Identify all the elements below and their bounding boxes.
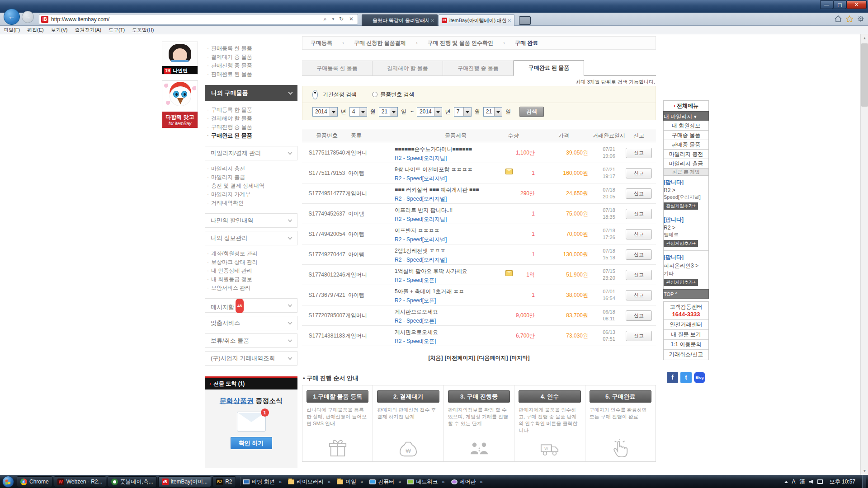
stop-icon[interactable]: ✕: [347, 15, 356, 23]
search-icon[interactable]: ⌕: [321, 15, 330, 23]
breadcrumb-item[interactable]: 구매등록: [311, 39, 332, 47]
favorites-star-icon[interactable]: [846, 15, 853, 22]
taskbar-toolbar[interactable]: 컴퓨터: [369, 478, 401, 486]
pagination-link[interactable]: [처음]: [429, 355, 443, 361]
tools-gear-icon[interactable]: [857, 15, 864, 22]
sidebar-link[interactable]: 구매등록 한 물품: [205, 106, 297, 114]
ad-banner-nineteen[interactable]: 19 나인틴: [162, 42, 198, 75]
sidebar-link[interactable]: 마일리지 가계부: [205, 190, 297, 199]
scroll-up-icon[interactable]: ▲: [861, 34, 868, 42]
search-button[interactable]: 검색: [519, 107, 544, 117]
year-to-select[interactable]: 2014: [417, 107, 442, 117]
select-arrow-icon[interactable]: [463, 108, 471, 116]
select-arrow-icon[interactable]: [359, 108, 367, 116]
report-button[interactable]: 신고: [626, 310, 652, 321]
report-button[interactable]: 신고: [626, 290, 652, 300]
scroll-down-icon[interactable]: ▼: [861, 467, 868, 475]
promo-link[interactable]: 문화상품권: [220, 397, 254, 404]
service-link[interactable]: 1:1 이용문의: [664, 340, 708, 350]
volume-icon[interactable]: [809, 480, 813, 484]
maximize-button[interactable]: ▢: [833, 0, 846, 9]
sidebar-link[interactable]: 결제해야 할 물품: [205, 114, 297, 123]
chevron-down-icon[interactable]: ▼: [330, 15, 336, 23]
ad-banner-matgo[interactable]: 다함께 맞고 for itemBay: [162, 80, 198, 128]
menu-item[interactable]: 보기(V): [51, 27, 68, 33]
pagination-link[interactable]: [이전페이지]: [445, 355, 476, 361]
report-button[interactable]: 신고: [626, 229, 652, 239]
sidebar-section-messages[interactable]: 메시지함48: [205, 298, 297, 313]
start-button[interactable]: [2, 476, 14, 488]
game-name-link[interactable]: R2 >: [664, 225, 708, 231]
report-button[interactable]: 신고: [626, 249, 652, 260]
select-arrow-icon[interactable]: [494, 108, 502, 116]
language-indicator[interactable]: A: [792, 479, 796, 485]
month-to-select[interactable]: 7: [454, 107, 472, 117]
taskbar-app-button[interactable]: Chrome: [17, 476, 52, 487]
breadcrumb-item[interactable]: 구매 신청한 물품결제: [332, 39, 406, 47]
browser-tab[interactable]: iB itemBay(아이템베이) 대한... ✕: [439, 14, 514, 26]
vertical-scrollbar[interactable]: ▲ ▼: [860, 34, 868, 475]
minimize-button[interactable]: —: [820, 0, 833, 9]
report-button[interactable]: 신고: [626, 270, 652, 280]
show-desktop-button[interactable]: [862, 475, 866, 488]
report-button[interactable]: 신고: [626, 188, 652, 199]
ime-indicator[interactable]: 漢: [800, 478, 805, 486]
sidebar-link[interactable]: 구매진행 중 물품: [205, 123, 297, 131]
all-menu-button[interactable]: ‹전체메뉴: [663, 100, 709, 112]
tab-close-icon[interactable]: ✕: [431, 18, 434, 23]
sidebar-link[interactable]: 마일리지 충전: [205, 164, 297, 173]
customer-center[interactable]: 고객감동센터 1644-3333: [664, 302, 708, 320]
radio-itemno-search[interactable]: 물품번호 검색: [372, 91, 414, 99]
pagination-link[interactable]: [마지막]: [510, 355, 530, 361]
sidebar-link[interactable]: 내 회원등급 정보: [205, 275, 297, 284]
select-arrow-icon[interactable]: [434, 108, 442, 116]
menu-item[interactable]: 편집(E): [27, 27, 44, 33]
scrollbar-thumb[interactable]: [861, 43, 868, 107]
menu-item[interactable]: 도구(T): [108, 27, 125, 33]
clock[interactable]: 오후 10:57: [830, 478, 855, 486]
address-bar[interactable]: iB http://www.itembay.com/ ⌕ ▼ ↻ ✕: [39, 14, 358, 24]
taskbar-app-button[interactable]: W Webzen - R2...: [54, 476, 106, 487]
game-name-link[interactable]: R2 >: [664, 187, 708, 193]
game-tag-link[interactable]: [팝니다]: [664, 178, 708, 186]
quick-link[interactable]: 구매중 물품: [663, 130, 709, 140]
tab[interactable]: 구매완료 된 물품: [514, 60, 584, 76]
pagination-link[interactable]: [다음페이지]: [477, 355, 508, 361]
game-name-link[interactable]: 피파온라인3 >: [664, 262, 708, 270]
sidebar-section-biz[interactable]: (구)사업자 거래내역조회: [205, 351, 297, 366]
report-button[interactable]: 신고: [626, 148, 652, 158]
taskbar-app-button[interactable]: 풋볼데이,축...: [108, 476, 157, 487]
back-button[interactable]: ←: [4, 9, 20, 25]
network-status-icon[interactable]: [817, 479, 823, 484]
sidebar-link[interactable]: 판매등록 한 물품: [205, 44, 297, 53]
breadcrumb-item[interactable]: 구매 완료: [493, 39, 538, 47]
sidebar-section-mileage[interactable]: 마일리지/결제 관리: [205, 146, 297, 160]
sidebar-section-discount[interactable]: 나만의 할인내역: [205, 213, 297, 228]
sidebar-link[interactable]: 구매완료 된 물품: [205, 131, 297, 140]
sidebar-link[interactable]: 충전 및 결제 상세내역: [205, 182, 297, 190]
my-mileage-button[interactable]: 내 마일리지 ▾: [663, 111, 709, 121]
service-link[interactable]: 거래취소/신고: [664, 350, 708, 360]
add-favorite-game-button[interactable]: 관심게임추가+: [664, 240, 698, 247]
taskbar-toolbar[interactable]: 네트워크: [407, 478, 444, 486]
gift-arrival-banner[interactable]: ›선물 도착 (1): [205, 376, 297, 389]
radio-selected-icon[interactable]: [312, 90, 318, 99]
tab-close-icon[interactable]: ✕: [508, 18, 511, 23]
new-tab-button[interactable]: [519, 16, 531, 25]
facebook-icon[interactable]: f: [667, 372, 678, 383]
blog-icon[interactable]: Blog: [694, 372, 705, 383]
service-link[interactable]: 안전거래센터: [664, 320, 708, 330]
close-button[interactable]: ✕: [846, 0, 867, 9]
tab[interactable]: 구매진행 중 물품: [443, 61, 514, 76]
sidebar-section-hold[interactable]: 보류/취소 물품: [205, 333, 297, 348]
radio-unselected-icon[interactable]: [372, 92, 377, 97]
select-arrow-icon[interactable]: [390, 108, 397, 116]
sidebar-link[interactable]: 계좌/회원정보 관리: [205, 249, 297, 258]
breadcrumb-item[interactable]: 구매 진행 및 물품 인수확인: [406, 39, 493, 47]
confirm-button[interactable]: 확인 하기: [231, 437, 272, 449]
sidebar-link[interactable]: 거래내역확인: [205, 199, 297, 207]
hidden-icons-chevron[interactable]: [784, 481, 788, 483]
taskbar-toolbar[interactable]: 바탕 화면: [243, 478, 282, 486]
report-button[interactable]: 신고: [626, 168, 652, 178]
year-from-select[interactable]: 2014: [312, 107, 338, 117]
